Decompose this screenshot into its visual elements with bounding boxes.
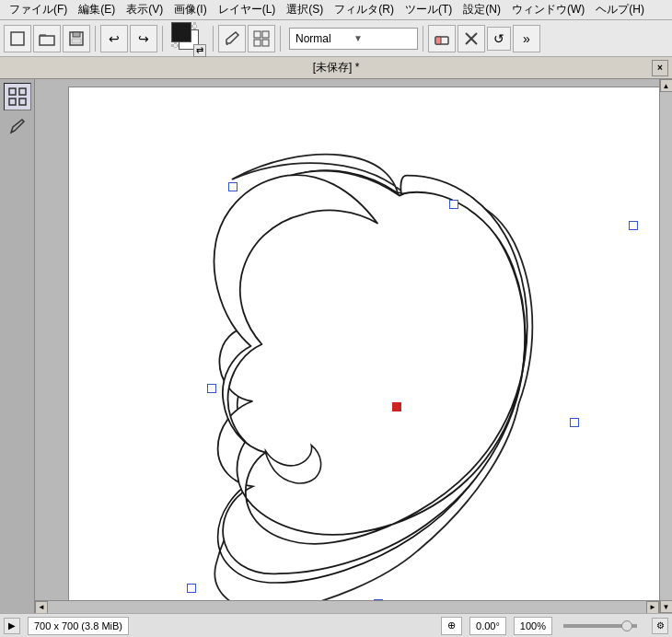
- rotation-section: 0.00°: [469, 617, 506, 635]
- svg-rect-12: [262, 31, 269, 38]
- open-button[interactable]: [33, 25, 61, 52]
- node-handle-7[interactable]: [187, 584, 196, 593]
- svg-rect-22: [19, 98, 26, 105]
- color-pair[interactable]: ⇄: [171, 22, 204, 55]
- zoom-section: 100%: [514, 617, 552, 635]
- svg-rect-14: [262, 40, 269, 46]
- menu-window[interactable]: ウィンドウ(W): [506, 0, 590, 19]
- separator-5: [423, 26, 423, 52]
- scroll-left-button[interactable]: ◄: [35, 601, 48, 614]
- redo-button[interactable]: ↪: [130, 25, 157, 52]
- nav-icon-section[interactable]: ⊕: [441, 617, 462, 635]
- cross-button[interactable]: [458, 25, 485, 52]
- scroll-down-button[interactable]: ▼: [660, 600, 673, 613]
- refresh-button[interactable]: ↺: [487, 27, 511, 51]
- menu-view[interactable]: 表示(V): [121, 0, 168, 19]
- menu-tools[interactable]: ツール(T): [400, 0, 458, 19]
- zoom-label: 100%: [520, 620, 546, 631]
- undo-button[interactable]: ↩: [100, 25, 128, 52]
- menu-layer[interactable]: レイヤー(L): [213, 0, 282, 19]
- pointer-tool[interactable]: [4, 83, 31, 110]
- menu-select[interactable]: 選択(S): [281, 0, 329, 19]
- close-button[interactable]: ×: [652, 60, 668, 76]
- blend-mode-label: Normal: [295, 32, 353, 45]
- dimensions-label: 700 x 700 (3.8 MiB): [34, 620, 122, 631]
- toolbar: ↩ ↪ ⇄: [0, 20, 672, 57]
- svg-rect-21: [9, 98, 16, 105]
- menu-bar: ファイル(F) 編集(E) 表示(V) 画像(I) レイヤー(L) 選択(S) …: [0, 0, 672, 20]
- new-button[interactable]: [4, 25, 31, 52]
- scroll-right-button[interactable]: ►: [646, 601, 659, 614]
- zoom-slider[interactable]: [563, 624, 637, 628]
- title-bar: [未保存] * ×: [0, 57, 672, 79]
- canvas[interactable]: [68, 87, 672, 602]
- menu-file[interactable]: ファイル(F): [4, 0, 73, 19]
- rotation-label: 0.00°: [476, 620, 500, 631]
- svg-rect-13: [254, 40, 261, 46]
- grid-button[interactable]: [248, 25, 275, 52]
- menu-help[interactable]: ヘルプ(H): [590, 0, 650, 19]
- canvas-wrapper[interactable]: ▲ ▼ ◄ ►: [35, 79, 672, 613]
- menu-settings[interactable]: 設定(N): [458, 0, 506, 19]
- tools-panel: [0, 79, 35, 613]
- chevron-down-icon: ▼: [353, 33, 411, 43]
- svg-rect-20: [19, 88, 26, 95]
- menu-filter[interactable]: フィルタ(R): [329, 0, 400, 19]
- svg-rect-11: [254, 31, 261, 38]
- navigate-icon[interactable]: ⊕: [447, 620, 456, 631]
- menu-image[interactable]: 画像(I): [168, 0, 212, 19]
- scroll-bar-bottom[interactable]: ◄ ►: [35, 600, 659, 613]
- main-area: ▲ ▼ ◄ ►: [0, 79, 672, 613]
- svg-rect-2: [40, 36, 54, 45]
- settings-icon[interactable]: ⚙: [652, 618, 668, 634]
- svg-rect-16: [435, 37, 441, 44]
- paint-button[interactable]: [218, 25, 246, 52]
- scroll-up-button[interactable]: ▲: [660, 79, 673, 92]
- node-handle-2[interactable]: [449, 200, 458, 209]
- node-handle-1[interactable]: [228, 182, 238, 191]
- status-menu-icon[interactable]: ▶: [4, 618, 20, 634]
- more-button[interactable]: »: [513, 25, 540, 52]
- pencil-tool[interactable]: [4, 112, 31, 140]
- moon-svg: [69, 87, 672, 601]
- scroll-track-horizontal[interactable]: [48, 601, 646, 613]
- scroll-track-vertical[interactable]: [660, 92, 672, 600]
- node-handle-4[interactable]: [207, 384, 216, 393]
- node-handle-3[interactable]: [629, 221, 638, 230]
- canvas-dimensions: 700 x 700 (3.8 MiB): [28, 617, 129, 635]
- svg-rect-0: [11, 32, 24, 45]
- window-title: [未保存] *: [313, 60, 360, 75]
- scroll-bar-right[interactable]: ▲ ▼: [659, 79, 672, 613]
- blend-mode-dropdown[interactable]: Normal ▼: [289, 28, 418, 50]
- node-handle-5[interactable]: [392, 402, 401, 411]
- status-bar: ▶ 700 x 700 (3.8 MiB) ⊕ 0.00° 100% ⚙: [0, 613, 672, 637]
- svg-rect-19: [9, 88, 16, 95]
- save-button[interactable]: [63, 25, 90, 52]
- foreground-color[interactable]: [171, 22, 191, 42]
- separator-2: [162, 26, 163, 52]
- menu-edit[interactable]: 編集(E): [73, 0, 121, 19]
- svg-rect-4: [73, 32, 80, 37]
- zoom-thumb[interactable]: [621, 620, 632, 631]
- swap-colors-button[interactable]: ⇄: [193, 44, 206, 57]
- svg-rect-5: [72, 39, 81, 43]
- separator-1: [95, 26, 96, 52]
- separator-3: [213, 26, 214, 52]
- node-handle-6[interactable]: [570, 418, 579, 427]
- separator-4: [280, 26, 281, 52]
- erase-button[interactable]: [428, 25, 456, 52]
